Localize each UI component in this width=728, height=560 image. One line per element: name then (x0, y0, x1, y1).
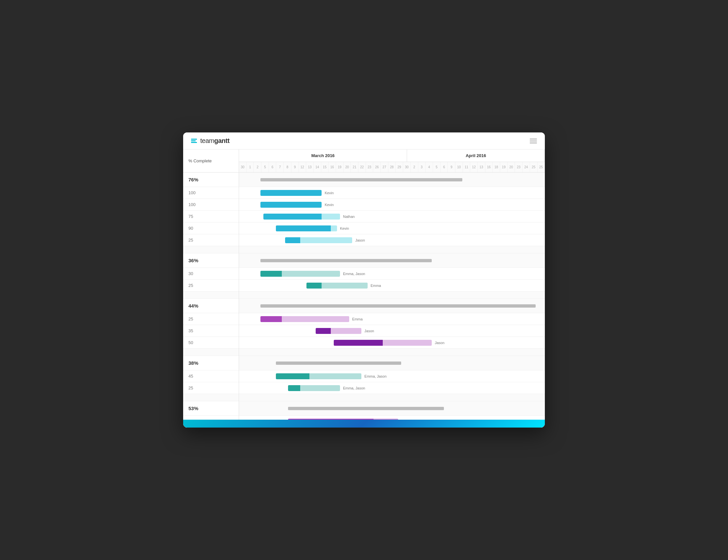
logo-text: teamgantt (200, 137, 230, 145)
bar-done (306, 282, 322, 288)
day-cell: 7 (276, 162, 284, 172)
day-cell: 8 (284, 162, 291, 172)
task-bar-row: Emma (239, 313, 545, 325)
day-cell: 15 (321, 162, 329, 172)
logo-team: team (200, 137, 214, 144)
task-bar-row: Emma, Jason (239, 268, 545, 280)
group4-bar-row (239, 356, 545, 370)
bar-remaining (282, 271, 340, 277)
bar (260, 202, 322, 208)
day-cell: 5 (261, 162, 269, 172)
group-bar (276, 361, 401, 365)
spacer (183, 246, 239, 254)
chart-area: March 2016 April 2016 301256789121314151… (239, 150, 545, 427)
sidebar-header: % Complete (183, 150, 239, 173)
bar-done (260, 316, 282, 322)
bar-label: Emma (352, 317, 363, 321)
day-cell: 13 (306, 162, 314, 172)
day-cell: 18 (493, 162, 500, 172)
day-cell: 6 (269, 162, 277, 172)
bar-done (334, 340, 383, 346)
task-bar-row: Jason (239, 234, 545, 246)
day-cell: 30 (239, 162, 247, 172)
bar-remaining (309, 373, 361, 379)
group-bar (288, 407, 444, 410)
group-bar (260, 304, 536, 307)
bar-done (276, 373, 309, 379)
group5-bar-row (239, 401, 545, 416)
group-bar (260, 178, 462, 182)
task-bar-row: Emma, Jason (239, 382, 545, 394)
day-cell: 21 (351, 162, 358, 172)
bar-label: Emma, Jason (343, 272, 365, 276)
bar (260, 190, 322, 196)
bar-done (288, 385, 300, 391)
day-cell: 26 (373, 162, 381, 172)
spacer (183, 349, 239, 356)
group1-header: 76% (183, 173, 239, 187)
day-cell: 19 (336, 162, 344, 172)
day-cell: 2 (411, 162, 418, 172)
day-cell: 25 (530, 162, 538, 172)
bar-done (276, 226, 331, 231)
day-cell: 19 (500, 162, 508, 172)
task-row: 45 (183, 370, 239, 382)
day-cell: 9 (291, 162, 299, 172)
bar-remaining (322, 214, 340, 220)
april-label: April 2016 (407, 150, 545, 162)
group3-bar-row (239, 299, 545, 313)
task-row: 75 (183, 211, 239, 223)
logo: teamgantt (191, 137, 230, 145)
bar-label: Emma (371, 283, 381, 287)
day-cell: 12 (470, 162, 478, 172)
task-row: 30 (183, 268, 239, 280)
bar-label: Nathan (343, 215, 354, 219)
days-row: 3012567891213141516192021222326272829302… (239, 162, 545, 173)
day-cell: 29 (396, 162, 403, 172)
day-cell: 16 (328, 162, 336, 172)
task-bar-row: Kevin (239, 199, 545, 211)
bar-done (260, 271, 282, 277)
bar-remaining (300, 237, 352, 243)
task-row: 25 (183, 280, 239, 291)
group1-bar-row (239, 173, 545, 187)
months-row: March 2016 April 2016 (239, 150, 545, 162)
day-cell: 30 (403, 162, 411, 172)
percent-complete-label: % Complete (188, 158, 212, 163)
bar-label: Kevin (325, 203, 334, 207)
day-cell: 4 (425, 162, 433, 172)
task-bar-row: Nathan (239, 211, 545, 223)
task-bar-row: Kevin (239, 187, 545, 199)
sidebar: % Complete 76% 100 100 75 90 25 36% 30 2… (183, 150, 239, 427)
task-row: 100 (183, 187, 239, 199)
day-cell: 24 (522, 162, 530, 172)
day-cell: 6 (441, 162, 448, 172)
spacer-row (239, 394, 545, 401)
day-cell: 23 (515, 162, 522, 172)
bar-remaining (322, 282, 368, 288)
spacer (183, 291, 239, 299)
hamburger-menu[interactable] (530, 139, 537, 143)
logo-icon (191, 139, 197, 143)
spacer-row (239, 246, 545, 254)
group4-header: 38% (183, 356, 239, 370)
day-cell: 13 (478, 162, 485, 172)
group5-header: 53% (183, 401, 239, 416)
day-cell: 10 (455, 162, 463, 172)
task-bar-row: Kevin (239, 223, 545, 234)
task-bar-row: Emma, Jason (239, 370, 545, 382)
bar-remaining (282, 316, 349, 322)
day-cell: 20 (508, 162, 515, 172)
gantt-container: % Complete 76% 100 100 75 90 25 36% 30 2… (183, 150, 545, 427)
bar-done (263, 214, 322, 220)
day-cell: 25 (538, 162, 545, 172)
task-row: 25 (183, 234, 239, 246)
spacer (183, 394, 239, 401)
day-cell: 2 (254, 162, 261, 172)
day-cell: 1 (247, 162, 254, 172)
group-bar (260, 259, 432, 262)
bar-remaining (300, 385, 340, 391)
bar-remaining (331, 328, 361, 334)
task-row: 35 (183, 325, 239, 337)
group3-header: 44% (183, 299, 239, 313)
